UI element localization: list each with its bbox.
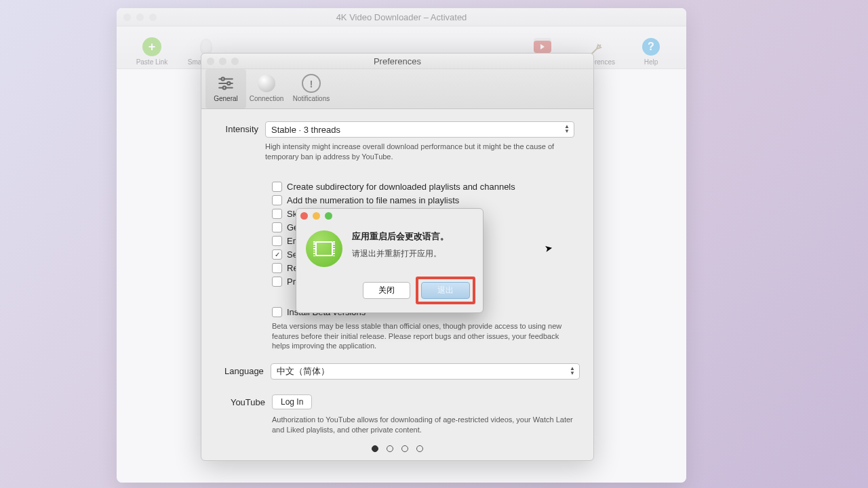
opt-label: Create subdirectory for downloaded playl…	[287, 182, 515, 192]
checkbox[interactable]	[272, 236, 282, 246]
checkbox-checked[interactable]	[272, 249, 282, 260]
opt-create-subdir[interactable]: Create subdirectory for downloaded playl…	[272, 182, 574, 192]
intensity-label: Intensity	[224, 121, 265, 134]
minimize-icon[interactable]	[313, 212, 320, 220]
checkbox[interactable]	[272, 263, 282, 273]
sliders-icon	[216, 73, 236, 94]
app-icon	[306, 230, 342, 267]
opt-numeration[interactable]: Add the numeration to file names in play…	[272, 195, 574, 205]
tab-general-label: General	[205, 95, 246, 102]
svg-point-4	[227, 82, 230, 85]
page-dot-2[interactable]	[387, 445, 393, 452]
language-label: Language	[224, 363, 271, 376]
pref-tabs: General Connection ! Notifications	[201, 69, 593, 109]
page-dot-1[interactable]	[372, 445, 378, 452]
exclamation-icon: !	[302, 74, 321, 93]
intensity-value: Stable · 3 threads	[271, 125, 340, 135]
youtube-icon	[534, 41, 551, 53]
pref-title: Preferences	[201, 56, 593, 66]
checkbox[interactable]	[272, 277, 282, 287]
help-label: Help	[624, 58, 678, 66]
tab-notifications[interactable]: ! Notifications	[287, 69, 336, 108]
globe-icon	[258, 75, 275, 92]
youtube-hint: Authorization to YouTube allows for down…	[272, 415, 574, 435]
page-dot-3[interactable]	[401, 445, 408, 452]
help-button[interactable]: ? Help	[624, 37, 678, 66]
paste-link-label: Paste Link	[125, 58, 179, 66]
svg-point-5	[223, 86, 226, 89]
opt-label: Add the numeration to file names in play…	[287, 195, 459, 205]
help-icon: ?	[642, 38, 660, 56]
tab-general[interactable]: General	[205, 69, 246, 108]
app-title: 4K Video Downloader – Activated	[117, 12, 686, 22]
svg-point-3	[222, 77, 224, 80]
page-dot-4[interactable]	[416, 445, 423, 452]
close-button[interactable]: 关闭	[363, 282, 410, 299]
chevron-updown-icon: ▲▼	[564, 124, 570, 134]
dialog-subtitle: 请退出并重新打开应用。	[352, 248, 449, 260]
checkbox[interactable]	[272, 182, 282, 192]
page-dots	[201, 445, 593, 452]
plus-icon: +	[142, 37, 161, 56]
chevron-updown-icon: ▲▼	[570, 366, 575, 375]
youtube-login-button[interactable]: Log In	[272, 394, 312, 409]
checkbox[interactable]	[272, 222, 282, 232]
dialog-title: 应用重启后会更改语言。	[352, 230, 449, 243]
dialog-titlebar	[296, 209, 483, 222]
cursor-icon: ➤	[544, 242, 554, 254]
main-titlebar: 4K Video Downloader – Activated	[117, 8, 686, 26]
beta-hint: Beta versions may be less stable than of…	[272, 321, 574, 352]
highlight-annotation: 退出	[416, 277, 475, 304]
checkbox[interactable]	[272, 195, 282, 205]
quit-button[interactable]: 退出	[421, 282, 470, 299]
paste-link-button[interactable]: + Paste Link	[125, 37, 179, 66]
tab-connection-label: Connection	[246, 95, 287, 102]
pref-titlebar: Preferences	[201, 54, 593, 69]
tab-connection[interactable]: Connection	[246, 69, 287, 108]
close-icon[interactable]	[300, 212, 308, 220]
intensity-hint: High intensity might increase overall do…	[265, 142, 570, 162]
maximize-icon[interactable]	[325, 212, 332, 220]
language-select[interactable]: 中文（简体） ▲▼	[271, 363, 580, 380]
tab-notifications-label: Notifications	[287, 95, 336, 102]
restart-dialog: 应用重启后会更改语言。 请退出并重新打开应用。 关闭 退出	[296, 208, 484, 313]
youtube-label: YouTube	[224, 394, 272, 407]
checkbox[interactable]	[272, 209, 282, 219]
checkbox[interactable]	[272, 307, 282, 317]
intensity-select[interactable]: Stable · 3 threads ▲▼	[265, 121, 574, 138]
language-value: 中文（简体）	[277, 365, 330, 378]
